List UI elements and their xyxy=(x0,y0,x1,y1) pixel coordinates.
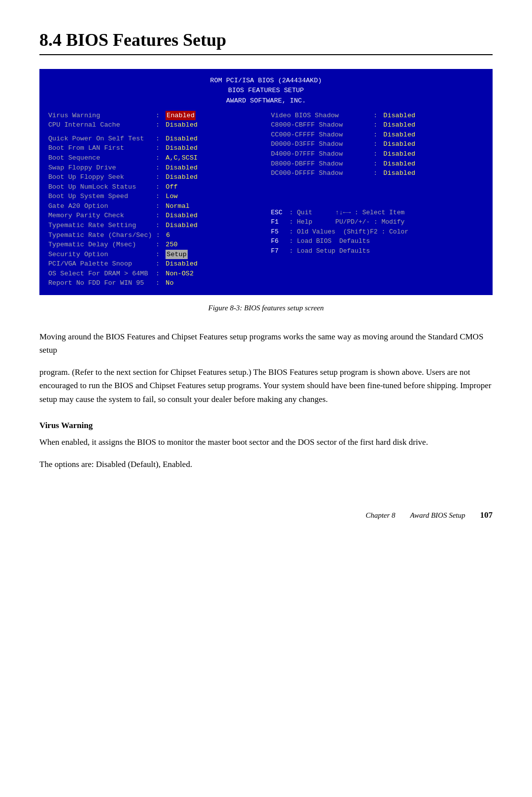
bios-header-line2: BIOS FEATURES SETUP xyxy=(48,86,484,96)
bios-value-video-shadow: Disabled xyxy=(383,111,415,121)
page-number: 107 xyxy=(480,510,493,520)
bios-label-cc000-shadow: CC000-CFFFF Shadow xyxy=(271,130,369,140)
bios-value-report-fdd: No xyxy=(166,278,173,288)
bios-row-video-shadow: Video BIOS Shadow : Disabled xyxy=(271,111,484,121)
bios-row-swap-floppy: Swap Floppy Drive : Disabled xyxy=(48,163,261,173)
bios-value-typematic-setting: Disabled xyxy=(166,221,198,231)
bios-label-typematic-rate: Typematic Rate (Chars/Sec) xyxy=(48,231,152,240)
bios-label-c8000-shadow: C8000-CBFFF Shadow xyxy=(271,120,369,130)
bios-value-palette-snoop: Disabled xyxy=(166,259,198,269)
bios-row-floppy-seek: Boot Up Floppy Seek : Disabled xyxy=(48,172,261,182)
bios-body: Virus Warning : Enabled CPU Internal Cac… xyxy=(48,111,484,288)
bios-row-os-select: OS Select For DRAM > 64MB : Non-OS2 xyxy=(48,269,261,279)
body-paragraph-2: program. (Refer to the next section for … xyxy=(39,365,493,406)
bios-row-sys-speed: Boot Up System Speed : Low xyxy=(48,192,261,201)
bios-value-security: Setup xyxy=(166,250,188,260)
bios-row-typematic-setting: Typematic Rate Setting : Disabled xyxy=(48,221,261,231)
bios-value-cpu-cache: Disabled xyxy=(166,120,198,130)
page-footer: Chapter 8 Award BIOS Setup 107 xyxy=(39,510,493,520)
bios-label-post: Quick Power On Self Test xyxy=(48,134,152,144)
virus-warning-title: Virus Warning xyxy=(39,421,493,431)
bios-row-dc000-shadow: DC000-DFFFF Shadow : Disabled xyxy=(271,168,484,178)
bios-row-boot-seq: Boot Sequence : A,C,SCSI xyxy=(48,153,261,163)
bios-label-sys-speed: Boot Up System Speed xyxy=(48,192,152,201)
bios-row-numlock: Boot Up NumLock Status : Off xyxy=(48,182,261,192)
bios-label-video-shadow: Video BIOS Shadow xyxy=(271,111,369,121)
bios-value-boot-lan: Disabled xyxy=(166,143,198,153)
bios-value-floppy-seek: Disabled xyxy=(166,172,198,182)
bios-key-f7: F7 : Load Setup Defaults xyxy=(271,246,484,256)
bios-value-numlock: Off xyxy=(166,182,177,192)
bios-row-typematic-rate: Typematic Rate (Chars/Sec) : 6 xyxy=(48,231,261,240)
bios-row-c8000-shadow: C8000-CBFFF Shadow : Disabled xyxy=(271,120,484,130)
bios-value-d0000-shadow: Disabled xyxy=(383,139,415,149)
bios-label-gate-a20: Gate A20 Option xyxy=(48,201,152,211)
bios-row-d8000-shadow: D8000-DBFFF Shadow : Disabled xyxy=(271,159,484,169)
bios-label-d4000-shadow: D4000-D7FFF Shadow xyxy=(271,149,369,159)
virus-warning-desc1: When enabled, it assigns the BIOS to mon… xyxy=(39,435,493,449)
bios-row-cc000-shadow: CC000-CFFFF Shadow : Disabled xyxy=(271,130,484,140)
bios-value-dc000-shadow: Disabled xyxy=(383,168,415,178)
bios-label-d8000-shadow: D8000-DBFFF Shadow xyxy=(271,159,369,169)
bios-row-cpu-cache: CPU Internal Cache : Disabled xyxy=(48,120,261,130)
bios-row-virus-warning: Virus Warning : Enabled xyxy=(48,111,261,121)
bios-label-cpu-cache: CPU Internal Cache xyxy=(48,120,152,130)
bios-value-virus-warning: Enabled xyxy=(166,111,196,121)
bios-label-typematic-delay: Typematic Delay (Msec) xyxy=(48,240,152,250)
bios-value-typematic-rate: 6 xyxy=(166,231,170,240)
bios-label-report-fdd: Report No FDD For WIN 95 xyxy=(48,278,152,288)
bios-key-f5: F5 : Old Values (Shift)F2 : Color xyxy=(271,227,484,237)
bios-label-d0000-shadow: D0000-D3FFF Shadow xyxy=(271,139,369,149)
bios-label-boot-lan: Boot From LAN First xyxy=(48,143,152,153)
bios-row-post: Quick Power On Self Test : Disabled xyxy=(48,134,261,144)
bios-label-security: Security Option xyxy=(48,250,152,260)
bios-value-swap-floppy: Disabled xyxy=(166,163,198,173)
bios-header: ROM PCI/ISA BIOS (2A4434AKD) BIOS FEATUR… xyxy=(48,76,484,106)
bios-value-mem-parity: Disabled xyxy=(166,211,198,221)
bios-row-boot-lan: Boot From LAN First : Disabled xyxy=(48,143,261,153)
body-paragraph-1: Moving around the BIOS Features and Chip… xyxy=(39,330,493,357)
bios-key-esc: ESC : Quit ↑↓←→ : Select Item xyxy=(271,208,484,218)
bios-row-report-fdd: Report No FDD For WIN 95 : No xyxy=(48,278,261,288)
footer-section: Award BIOS Setup xyxy=(410,511,466,520)
bios-label-mem-parity: Memory Parity Check xyxy=(48,211,152,221)
bios-label-dc000-shadow: DC000-DFFFF Shadow xyxy=(271,168,369,178)
bios-key-legend: ESC : Quit ↑↓←→ : Select Item F1 : Help … xyxy=(271,208,484,256)
bios-left-column: Virus Warning : Enabled CPU Internal Cac… xyxy=(48,111,266,288)
bios-value-sys-speed: Low xyxy=(166,192,177,201)
section-title: 8.4 BIOS Features Setup xyxy=(39,30,493,50)
bios-row-d4000-shadow: D4000-D7FFF Shadow : Disabled xyxy=(271,149,484,159)
bios-spacer xyxy=(48,130,261,134)
bios-label-virus-warning: Virus Warning xyxy=(48,111,152,121)
bios-value-gate-a20: Normal xyxy=(166,201,190,211)
bios-label-swap-floppy: Swap Floppy Drive xyxy=(48,163,152,173)
bios-value-os-select: Non-OS2 xyxy=(166,269,194,279)
bios-value-d8000-shadow: Disabled xyxy=(383,159,415,169)
bios-header-line3: AWARD SOFTWARE, INC. xyxy=(48,96,484,106)
bios-value-cc000-shadow: Disabled xyxy=(383,130,415,140)
bios-row-gate-a20: Gate A20 Option : Normal xyxy=(48,201,261,211)
bios-label-os-select: OS Select For DRAM > 64MB xyxy=(48,269,152,279)
bios-screen: ROM PCI/ISA BIOS (2A4434AKD) BIOS FEATUR… xyxy=(39,69,493,295)
bios-label-boot-seq: Boot Sequence xyxy=(48,153,152,163)
figure-caption: Figure 8-3: BIOS features setup screen xyxy=(39,304,493,312)
bios-label-palette-snoop: PCI/VGA Palette Snoop xyxy=(48,259,152,269)
bios-row-security: Security Option : Setup xyxy=(48,250,261,260)
bios-value-c8000-shadow: Disabled xyxy=(383,120,415,130)
bios-key-f1: F1 : Help PU/PD/+/- : Modify xyxy=(271,217,484,227)
bios-right-column: Video BIOS Shadow : Disabled C8000-CBFFF… xyxy=(266,111,484,288)
virus-warning-desc2: The options are: Disabled (Default), Ena… xyxy=(39,458,493,471)
bios-key-f6: F6 : Load BIOS Defaults xyxy=(271,236,484,246)
bios-row-typematic-delay: Typematic Delay (Msec) : 250 xyxy=(48,240,261,250)
bios-value-post: Disabled xyxy=(166,134,198,144)
bios-row-palette-snoop: PCI/VGA Palette Snoop : Disabled xyxy=(48,259,261,269)
bios-label-typematic-setting: Typematic Rate Setting xyxy=(48,221,152,231)
bios-value-boot-seq: A,C,SCSI xyxy=(166,153,198,163)
footer-chapter: Chapter 8 xyxy=(366,511,395,520)
bios-label-numlock: Boot Up NumLock Status xyxy=(48,182,152,192)
bios-value-typematic-delay: 250 xyxy=(166,240,177,250)
bios-row-d0000-shadow: D0000-D3FFF Shadow : Disabled xyxy=(271,139,484,149)
bios-header-line1: ROM PCI/ISA BIOS (2A4434AKD) xyxy=(48,76,484,86)
bios-value-d4000-shadow: Disabled xyxy=(383,149,415,159)
title-divider xyxy=(39,54,493,55)
